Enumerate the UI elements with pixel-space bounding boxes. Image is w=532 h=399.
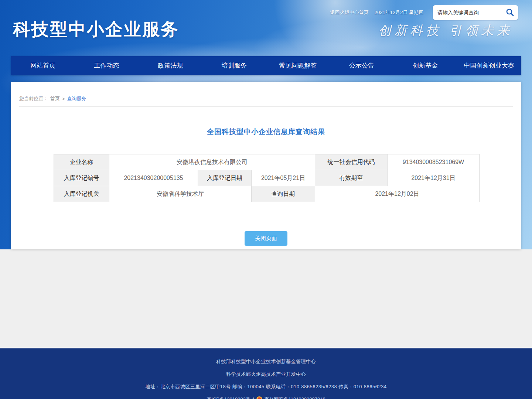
query-result-table: 企业名称 安徽塔孜信息技术有限公司 统一社会信用代码 9134030008523… [54, 154, 480, 202]
nav-item-faq[interactable]: 常见问题解答 [266, 56, 330, 75]
back-to-torch-center-link[interactable]: 返回火炬中心首页 [330, 9, 369, 16]
police-badge-icon [256, 396, 262, 399]
valid-until-label: 有效期至 [315, 170, 388, 186]
registration-date-value: 2021年05月21日 [252, 170, 315, 186]
table-row-registration: 入库登记编号 202134030200005135 入库登记日期 2021年05… [54, 170, 480, 186]
company-name-label: 企业名称 [54, 154, 109, 170]
search-input[interactable] [437, 10, 504, 16]
breadcrumb-current-link[interactable]: 查询服务 [67, 95, 86, 102]
valid-until-value: 2021年12月31日 [388, 170, 480, 186]
registration-authority-value: 安徽省科学技术厅 [109, 186, 252, 202]
credit-code-value: 91340300085231069W [388, 154, 480, 170]
site-logo-title: 科技型中小企业服务 [13, 18, 179, 41]
police-record-link[interactable]: 京公网安备11010202007048 [264, 396, 325, 399]
registration-authority-label: 入库登记机关 [54, 186, 109, 202]
registration-date-label: 入库登记日期 [198, 170, 252, 186]
icp-record-link[interactable]: 京ICP备13019302号-1 [207, 396, 255, 399]
footer-org-line-1: 科技部科技型中小企业技术创新基金管理中心 [0, 358, 532, 365]
nav-item-policies[interactable]: 政策法规 [139, 56, 202, 75]
nav-item-announcements[interactable]: 公示公告 [330, 56, 394, 75]
top-bar: 返回火炬中心首页 2021年12月2日 星期四 [330, 5, 518, 20]
nav-item-training[interactable]: 培训服务 [202, 56, 266, 75]
query-date-value: 2021年12月02日 [315, 186, 480, 202]
page-title: 全国科技型中小企业信息库查询结果 [11, 127, 521, 137]
current-date-text: 2021年12月2日 星期四 [375, 9, 423, 16]
query-date-label: 查询日期 [252, 186, 315, 202]
table-row-company: 企业名称 安徽塔孜信息技术有限公司 统一社会信用代码 9134030008523… [54, 154, 480, 170]
registration-number-label: 入库登记编号 [54, 170, 109, 186]
breadcrumb: 您当前位置： 首页 > 查询服务 [19, 95, 86, 102]
footer-org-line-2: 科学技术部火炬高技术产业开发中心 [0, 371, 532, 378]
credit-code-label: 统一社会信用代码 [315, 154, 388, 170]
nav-item-home[interactable]: 网站首页 [11, 56, 75, 75]
breadcrumb-separator: > [62, 96, 65, 102]
search-box [433, 5, 518, 20]
search-button[interactable] [504, 7, 515, 18]
main-content-panel: 您当前位置： 首页 > 查询服务 全国科技型中小企业信息库查询结果 企业名称 安… [11, 82, 521, 249]
breadcrumb-home-link[interactable]: 首页 [50, 95, 60, 102]
site-slogan: 创新科技 引领未来 [378, 22, 513, 39]
registration-number-value: 202134030200005135 [109, 170, 198, 186]
footer-address-line: 地址：北京市西城区三里河二区甲18号 邮编：100045 联系电话：010-88… [0, 383, 532, 390]
nav-item-innovation-contest[interactable]: 中国创新创业大赛 [457, 56, 521, 75]
footer-icp-line: 京ICP备13019302号-1 京公网安备11010202007048 [0, 396, 532, 399]
breadcrumb-divider [19, 106, 513, 107]
breadcrumb-prefix: 您当前位置： [19, 95, 48, 102]
page-footer: 科技部科技型中小企业技术创新基金管理中心 科学技术部火炬高技术产业开发中心 地址… [0, 347, 532, 399]
search-icon [505, 8, 514, 18]
company-name-value: 安徽塔孜信息技术有限公司 [109, 154, 315, 170]
main-navigation: 网站首页 工作动态 政策法规 培训服务 常见问题解答 公示公告 创新基金 中国创… [11, 56, 521, 75]
nav-item-innovation-fund[interactable]: 创新基金 [393, 56, 457, 75]
close-page-button[interactable]: 关闭页面 [245, 231, 287, 246]
table-row-authority: 入库登记机关 安徽省科学技术厅 查询日期 2021年12月02日 [54, 186, 480, 202]
nav-item-work-news[interactable]: 工作动态 [75, 56, 139, 75]
